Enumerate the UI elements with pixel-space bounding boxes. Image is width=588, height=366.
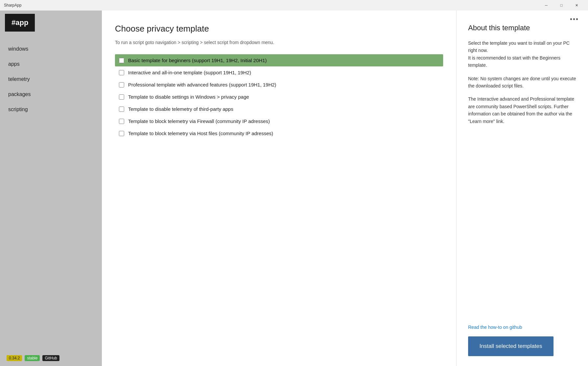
- title-bar-left: SharpApp: [4, 3, 21, 8]
- template-checkbox-disable-telemetry[interactable]: [119, 107, 124, 112]
- template-label-basic: Basic template for beginners (support 19…: [128, 58, 267, 63]
- template-checkbox-block-firewall[interactable]: [119, 119, 124, 124]
- template-label-block-hosts: Template to block telemetry via Host fil…: [128, 131, 273, 136]
- close-button[interactable]: ✕: [569, 0, 584, 11]
- template-label-disable-settings: Template to disable settings in Windows …: [128, 94, 249, 100]
- sidebar: #app windows apps telemetry packages scr…: [0, 11, 102, 366]
- main-content: ••• Choose privacy template To run a scr…: [102, 11, 588, 366]
- page-title: Choose privacy template: [115, 24, 443, 34]
- template-label-disable-telemetry: Template to disable telemetry of third-p…: [128, 106, 233, 112]
- template-checkbox-block-hosts[interactable]: [119, 131, 124, 136]
- about-description: Select the template you want to install …: [468, 39, 577, 69]
- github-link[interactable]: Read the how-to on github: [468, 315, 577, 330]
- sidebar-item-apps[interactable]: apps: [0, 57, 102, 72]
- template-list: Basic template for beginners (support 19…: [115, 54, 443, 139]
- github-badge[interactable]: GitHub: [42, 355, 59, 361]
- sidebar-nav: windows apps telemetry packages scriptin…: [0, 38, 102, 120]
- template-item-disable-telemetry[interactable]: Template to disable telemetry of third-p…: [115, 103, 443, 115]
- sidebar-item-telemetry[interactable]: telemetry: [0, 72, 102, 87]
- template-checkbox-interactive[interactable]: [119, 70, 124, 75]
- template-checkbox-basic[interactable]: [119, 58, 124, 63]
- template-checkbox-professional[interactable]: [119, 82, 124, 87]
- template-item-block-firewall[interactable]: Template to block telemetry via Firewall…: [115, 115, 443, 127]
- sidebar-item-packages[interactable]: packages: [0, 87, 102, 102]
- minimize-button[interactable]: ─: [539, 0, 554, 11]
- template-item-basic[interactable]: Basic template for beginners (support 19…: [115, 54, 443, 66]
- stable-badge: stable: [25, 355, 40, 361]
- title-bar-controls: ─ □ ✕: [539, 0, 584, 11]
- about-title: About this template: [468, 24, 577, 32]
- template-item-disable-settings[interactable]: Template to disable settings in Windows …: [115, 91, 443, 103]
- more-btn-area: •••: [567, 14, 581, 25]
- app-title: SharpApp: [4, 3, 21, 8]
- template-item-professional[interactable]: Professional template with advanced feat…: [115, 79, 443, 91]
- sidebar-footer: 0.34.2 stable GitHub: [0, 350, 102, 366]
- template-item-interactive[interactable]: Interactive and all-in-one template (sup…: [115, 66, 443, 79]
- content-area: Choose privacy template To run a script …: [102, 11, 588, 366]
- sidebar-item-windows[interactable]: windows: [0, 41, 102, 57]
- maximize-button[interactable]: □: [554, 0, 569, 11]
- app-container: #app windows apps telemetry packages scr…: [0, 11, 588, 366]
- left-panel: Choose privacy template To run a script …: [102, 11, 457, 366]
- about-community: The Interactive advanced and Professiona…: [468, 95, 577, 125]
- page-subtitle: To run a script goto navigation > script…: [115, 40, 443, 45]
- template-label-block-firewall: Template to block telemetry via Firewall…: [128, 118, 270, 124]
- sidebar-logo: #app: [5, 14, 35, 32]
- template-label-interactive: Interactive and all-in-one template (sup…: [128, 70, 251, 75]
- template-label-professional: Professional template with advanced feat…: [128, 82, 276, 87]
- title-bar: SharpApp ─ □ ✕: [0, 0, 588, 11]
- right-panel: About this template Select the template …: [457, 11, 588, 366]
- template-checkbox-disable-settings[interactable]: [119, 94, 124, 100]
- template-item-block-hosts[interactable]: Template to block telemetry via Host fil…: [115, 127, 443, 139]
- install-button[interactable]: Install selected templates: [468, 336, 554, 356]
- more-button[interactable]: •••: [567, 14, 581, 25]
- about-note: Note: No system changes are done until y…: [468, 75, 577, 90]
- version-badge: 0.34.2: [7, 355, 22, 361]
- sidebar-item-scripting[interactable]: scripting: [0, 102, 102, 117]
